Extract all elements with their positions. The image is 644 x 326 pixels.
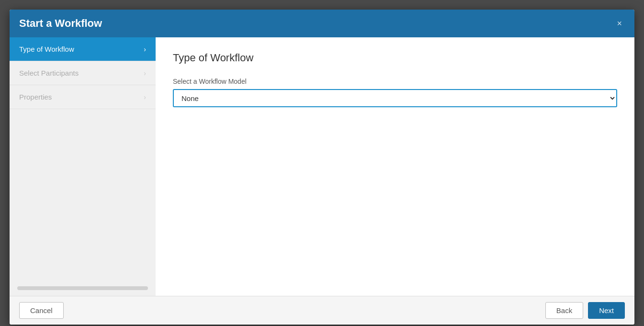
sidebar: Type of Workflow › Select Participants ›… xyxy=(10,37,156,296)
workflow-model-select[interactable]: None xyxy=(173,89,617,107)
section-title: Type of Workflow xyxy=(173,52,617,64)
back-button[interactable]: Back xyxy=(545,302,583,319)
sidebar-item-properties[interactable]: Properties › xyxy=(10,85,156,109)
sidebar-item-label: Type of Workflow xyxy=(19,45,74,53)
cancel-button[interactable]: Cancel xyxy=(19,302,64,319)
sidebar-item-label: Select Participants xyxy=(19,69,79,77)
next-button[interactable]: Next xyxy=(588,302,625,319)
sidebar-item-type-of-workflow[interactable]: Type of Workflow › xyxy=(10,37,156,61)
footer-right: Back Next xyxy=(545,302,625,319)
workflow-model-label: Select a Workflow Model xyxy=(173,78,617,85)
modal-body: Type of Workflow › Select Participants ›… xyxy=(10,37,634,296)
progress-bar xyxy=(17,286,148,290)
chevron-right-icon: › xyxy=(144,45,146,53)
chevron-right-icon: › xyxy=(144,69,146,77)
footer-left: Cancel xyxy=(19,302,64,319)
close-button[interactable]: × xyxy=(614,18,625,29)
modal-dialog: Start a Workflow × Type of Workflow › Se… xyxy=(10,10,634,325)
sidebar-spacer xyxy=(10,109,156,281)
modal-footer: Cancel Back Next xyxy=(10,296,634,325)
sidebar-item-label: Properties xyxy=(19,93,52,101)
chevron-right-icon: › xyxy=(144,93,146,101)
main-content: Type of Workflow Select a Workflow Model… xyxy=(156,37,634,296)
modal-title: Start a Workflow xyxy=(19,17,102,30)
modal-header: Start a Workflow × xyxy=(10,10,634,37)
sidebar-bottom xyxy=(10,281,156,296)
sidebar-item-select-participants[interactable]: Select Participants › xyxy=(10,61,156,85)
